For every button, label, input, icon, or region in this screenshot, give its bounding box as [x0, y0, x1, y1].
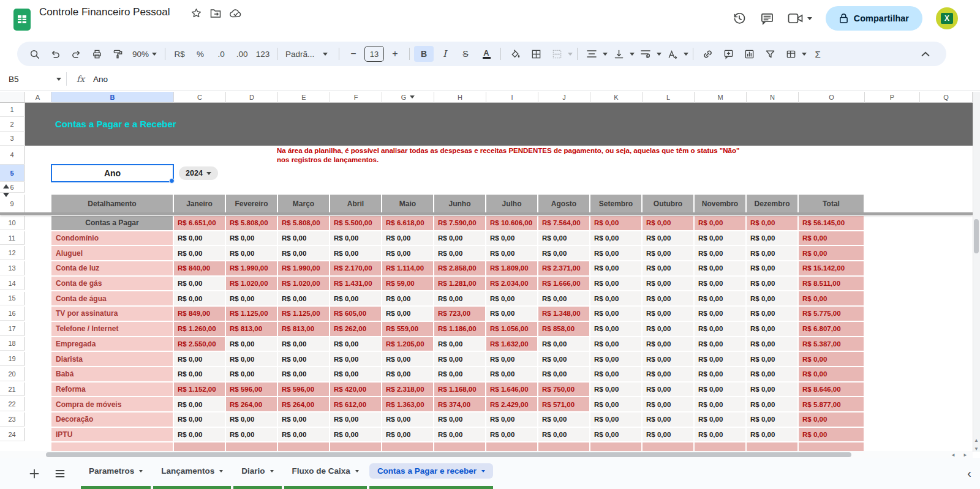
hide-toolbar-icon[interactable]: [916, 46, 935, 62]
format-percent-button[interactable]: %: [190, 46, 210, 62]
row-label[interactable]: Babá: [51, 367, 173, 381]
month-value-cell[interactable]: R$ 0,00: [590, 322, 641, 336]
ano-selected-cell[interactable]: Ano: [51, 164, 174, 182]
month-value-cell[interactable]: R$ 1.186,00: [434, 322, 485, 336]
merge-cells-icon[interactable]: [547, 46, 567, 62]
search-icon[interactable]: [24, 46, 44, 62]
month-value-cell[interactable]: R$ 0,00: [747, 337, 797, 351]
select-all-corner[interactable]: [0, 92, 24, 103]
row-group-expand-icon[interactable]: [3, 193, 9, 197]
row-header-4[interactable]: 4: [0, 146, 24, 165]
month-value-cell[interactable]: [590, 442, 641, 451]
table-header-cell[interactable]: Março: [278, 195, 329, 212]
scroll-down-arrow-icon[interactable]: ▼: [974, 447, 979, 452]
row-header-10[interactable]: 10: [0, 216, 24, 230]
month-value-cell[interactable]: [330, 442, 381, 451]
month-value-cell[interactable]: R$ 0,00: [747, 412, 797, 427]
row-header-15[interactable]: 15: [0, 292, 24, 306]
table-header-cell[interactable]: Abril: [330, 195, 381, 212]
total-cell[interactable]: R$ 8.646,00: [799, 383, 864, 397]
month-value-cell[interactable]: R$ 612,00: [330, 397, 381, 411]
month-value-cell[interactable]: R$ 0,00: [330, 428, 381, 442]
total-cell[interactable]: R$ 5.387,00: [799, 337, 864, 351]
row-header-2[interactable]: 2: [0, 117, 24, 132]
cloud-status-icon[interactable]: [230, 9, 242, 18]
month-value-cell[interactable]: R$ 374,00: [434, 397, 485, 411]
row-group-collapse-icon[interactable]: [3, 184, 9, 189]
month-value-cell[interactable]: R$ 813,00: [226, 322, 277, 336]
month-value-cell[interactable]: R$ 1.205,00: [382, 337, 433, 351]
month-value-cell[interactable]: R$ 0,00: [695, 397, 745, 411]
meet-video-icon[interactable]: [788, 12, 804, 24]
column-header-I[interactable]: I: [486, 92, 538, 103]
total-cell[interactable]: R$ 0,00: [799, 291, 864, 305]
month-value-cell[interactable]: R$ 0,00: [382, 307, 433, 321]
table-header-cell[interactable]: Outubro: [643, 195, 693, 212]
month-value-cell[interactable]: R$ 0,00: [486, 367, 537, 381]
horizontal-align-icon[interactable]: [582, 46, 601, 62]
month-value-cell[interactable]: R$ 0,00: [695, 216, 745, 230]
row-label[interactable]: Contas a Pagar: [51, 216, 173, 230]
more-formats-button[interactable]: 123: [253, 46, 273, 62]
row-header-12[interactable]: 12: [0, 246, 24, 260]
month-value-cell[interactable]: R$ 0,00: [226, 352, 277, 366]
month-value-cell[interactable]: R$ 0,00: [226, 337, 277, 351]
month-value-cell[interactable]: R$ 0,00: [695, 383, 745, 397]
month-value-cell[interactable]: R$ 2.318,00: [382, 383, 433, 397]
month-value-cell[interactable]: R$ 0,00: [695, 322, 745, 336]
month-value-cell[interactable]: R$ 7.590,00: [434, 216, 485, 230]
month-value-cell[interactable]: R$ 0,00: [382, 291, 433, 305]
paint-format-icon[interactable]: [108, 46, 127, 62]
month-value-cell[interactable]: R$ 6.618,00: [382, 216, 433, 230]
month-value-cell[interactable]: R$ 0,00: [174, 397, 225, 411]
month-value-cell[interactable]: R$ 0,00: [747, 307, 797, 321]
table-header-cell[interactable]: Agosto: [538, 195, 589, 212]
month-value-cell[interactable]: R$ 1.431,00: [330, 277, 381, 291]
month-value-cell[interactable]: R$ 0,00: [486, 428, 537, 442]
month-value-cell[interactable]: R$ 0,00: [278, 291, 329, 305]
rotation-caret-icon[interactable]: [684, 53, 688, 56]
month-value-cell[interactable]: R$ 0,00: [278, 337, 329, 351]
month-value-cell[interactable]: R$ 0,00: [747, 261, 797, 275]
month-value-cell[interactable]: R$ 0,00: [643, 352, 693, 366]
row-header-22[interactable]: 22: [0, 397, 24, 411]
insert-comment-icon[interactable]: [718, 46, 738, 62]
month-value-cell[interactable]: R$ 1.168,00: [434, 383, 485, 397]
month-value-cell[interactable]: R$ 0,00: [695, 428, 745, 442]
total-cell[interactable]: R$ 15.142,00: [799, 261, 864, 275]
month-value-cell[interactable]: R$ 849,00: [174, 307, 225, 321]
month-value-cell[interactable]: R$ 0,00: [174, 291, 225, 305]
month-value-cell[interactable]: R$ 0,00: [643, 367, 693, 381]
month-value-cell[interactable]: R$ 0,00: [747, 428, 797, 442]
month-value-cell[interactable]: R$ 0,00: [174, 231, 225, 245]
decrease-font-size-button[interactable]: −: [344, 46, 363, 62]
month-value-cell[interactable]: R$ 0,00: [174, 246, 225, 260]
scroll-right-arrow-icon[interactable]: ►: [963, 453, 968, 458]
month-value-cell[interactable]: R$ 0,00: [643, 412, 693, 427]
total-cell[interactable]: R$ 6.807,00: [799, 322, 864, 336]
month-value-cell[interactable]: R$ 0,00: [695, 307, 745, 321]
table-header-cell[interactable]: Maio: [382, 195, 433, 212]
text-rotation-icon[interactable]: [663, 46, 682, 62]
row-header-19[interactable]: 19: [0, 352, 24, 366]
month-value-cell[interactable]: R$ 6.651,00: [174, 216, 225, 230]
decrease-decimal-button[interactable]: .0: [211, 46, 231, 62]
month-value-cell[interactable]: R$ 0,00: [330, 291, 381, 305]
month-value-cell[interactable]: R$ 2.550,00: [174, 337, 225, 351]
year-dropdown-chip[interactable]: 2024: [179, 166, 218, 180]
sheets-logo-icon[interactable]: [12, 8, 32, 31]
table-header-cell[interactable]: Detalhamento: [51, 195, 173, 212]
print-icon[interactable]: [87, 46, 107, 62]
month-value-cell[interactable]: R$ 0,00: [434, 246, 485, 260]
month-value-cell[interactable]: R$ 0,00: [590, 412, 641, 427]
formula-input[interactable]: Ano: [93, 75, 108, 84]
month-value-cell[interactable]: R$ 0,00: [226, 367, 277, 381]
column-header-K[interactable]: K: [590, 92, 643, 103]
month-value-cell[interactable]: R$ 0,00: [643, 428, 693, 442]
month-value-cell[interactable]: [747, 442, 797, 451]
row-label[interactable]: Diarista: [51, 352, 173, 366]
month-value-cell[interactable]: R$ 0,00: [695, 261, 745, 275]
filter-views-caret-icon[interactable]: [802, 53, 807, 56]
month-value-cell[interactable]: [278, 442, 329, 451]
month-value-cell[interactable]: R$ 0,00: [382, 231, 433, 245]
